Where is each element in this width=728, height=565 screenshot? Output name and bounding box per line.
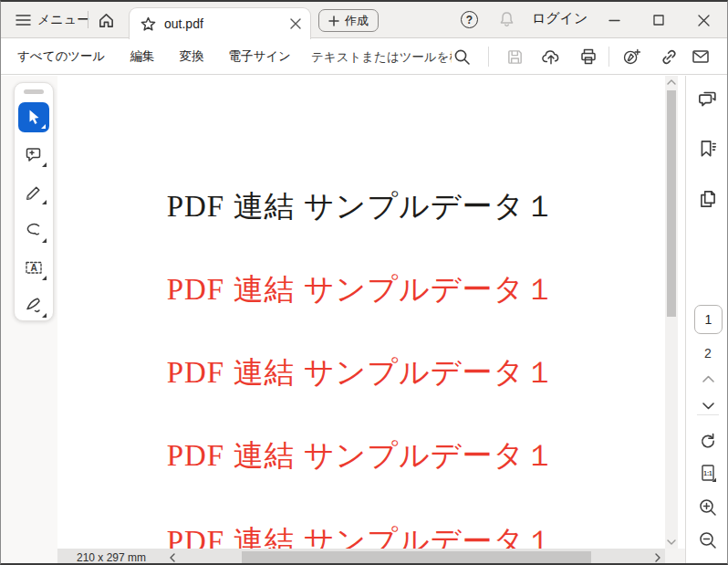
select-tool[interactable] <box>18 102 49 132</box>
close-icon <box>698 15 710 26</box>
svg-text:A: A <box>30 263 36 273</box>
login-button[interactable]: ログイン <box>532 10 588 27</box>
add-comment-button[interactable] <box>622 47 640 66</box>
all-tools-menu[interactable]: すべてのツール <box>17 48 105 65</box>
comments-panel-button[interactable] <box>697 88 719 110</box>
maximize-button[interactable] <box>648 9 670 31</box>
minimize-icon <box>608 15 620 26</box>
search-icon[interactable] <box>453 48 471 66</box>
scroll-down-button[interactable] <box>665 536 678 549</box>
vertical-scroll-thumb[interactable] <box>667 90 676 317</box>
zoom-out-button[interactable] <box>697 529 719 551</box>
previous-page-button[interactable] <box>697 368 719 390</box>
bell-icon <box>498 11 515 28</box>
page-total-label: 2 <box>686 346 728 361</box>
bookmark-icon <box>697 138 719 160</box>
pages-icon <box>697 188 719 210</box>
toolbar-divider-1 <box>488 47 489 67</box>
comment-plus-icon <box>24 145 44 165</box>
rail-divider <box>697 414 719 415</box>
right-rail: 2 1:1 <box>685 76 728 565</box>
chevron-up-icon <box>702 375 714 382</box>
login-label: ログイン <box>532 10 588 27</box>
star-icon[interactable] <box>140 16 156 32</box>
rotate-page-button[interactable] <box>697 430 719 452</box>
pen-circle-plus-icon <box>622 47 640 67</box>
page-number-input[interactable] <box>695 306 722 333</box>
titlebar-divider <box>88 11 88 28</box>
fill-sign-tool[interactable] <box>18 290 49 320</box>
edit-text-tool[interactable]: A <box>18 253 49 283</box>
text-selection-icon: A <box>24 257 44 277</box>
zoom-out-icon <box>698 530 718 550</box>
doc-text-line: PDF 連結 サンプルデータ１ <box>57 521 665 549</box>
sign-pen-icon <box>24 295 44 315</box>
doc-text-line: PDF 連結 サンプルデータ１ <box>57 435 665 476</box>
close-button[interactable] <box>692 9 714 31</box>
tab-title: out.pdf <box>164 16 282 31</box>
horizontal-scroll-thumb[interactable] <box>242 551 591 564</box>
print-button[interactable] <box>579 47 598 66</box>
actual-size-icon: 1:1 <box>698 463 718 483</box>
menu-button[interactable]: メニュー <box>12 9 93 31</box>
scroll-left-button[interactable] <box>165 549 180 565</box>
comments-icon <box>697 88 719 110</box>
save-icon <box>506 48 524 66</box>
mail-icon <box>692 47 710 66</box>
document-tab[interactable]: out.pdf <box>129 7 311 39</box>
tools-bar: すべてのツール 編集 変換 電子サイン <box>1 38 727 75</box>
acrobat-window: メニュー out.pdf 作成 ? <box>0 0 728 565</box>
esign-menu[interactable]: 電子サイン <box>228 48 290 65</box>
edit-menu[interactable]: 編集 <box>130 48 154 65</box>
zoom-in-button[interactable] <box>697 497 719 518</box>
email-button[interactable] <box>692 47 710 66</box>
draw-tool[interactable] <box>18 214 49 245</box>
document-viewport[interactable]: PDF 連結 サンプルデータ１ PDF 連結 サンプルデータ１ PDF 連結 サ… <box>57 76 665 549</box>
rotate-icon <box>698 431 718 451</box>
notifications-button[interactable] <box>498 11 515 28</box>
chevron-down-icon <box>702 403 714 410</box>
scroll-up-button[interactable] <box>665 76 678 89</box>
highlight-tool[interactable] <box>18 177 49 207</box>
pencil-icon <box>24 183 44 203</box>
page-thumbnails-button[interactable] <box>697 188 719 210</box>
home-button[interactable] <box>95 9 118 31</box>
convert-menu[interactable]: 変換 <box>179 48 203 65</box>
link-icon <box>660 48 678 66</box>
doc-text-line: PDF 連結 サンプルデータ１ <box>57 269 665 310</box>
scrollbar-corner <box>665 549 685 565</box>
link-button[interactable] <box>660 47 678 66</box>
panel-drag-handle[interactable] <box>24 89 44 94</box>
menu-label: メニュー <box>37 12 89 28</box>
vertical-scrollbar[interactable] <box>665 76 678 549</box>
doc-text-line: PDF 連結 サンプルデータ１ <box>57 186 665 227</box>
toolbar-divider-2 <box>608 47 609 67</box>
save-button[interactable] <box>505 47 524 66</box>
doc-text-line: PDF 連結 サンプルデータ１ <box>57 352 665 393</box>
help-button[interactable]: ? <box>461 11 478 28</box>
add-comment-tool[interactable] <box>18 140 49 170</box>
bookmarks-panel-button[interactable] <box>697 138 719 160</box>
page-size-label: 210 x 297 mm <box>57 551 165 564</box>
search-input[interactable] <box>309 49 453 65</box>
horizontal-scrollbar[interactable] <box>180 549 650 565</box>
maximize-icon <box>653 15 664 26</box>
printer-icon <box>579 47 598 66</box>
share-button[interactable] <box>542 47 560 66</box>
cloud-upload-icon <box>542 47 560 67</box>
search-box[interactable] <box>309 45 478 68</box>
actual-size-button[interactable]: 1:1 <box>697 462 719 484</box>
quick-tools-panel: A <box>14 82 54 321</box>
home-icon <box>98 12 115 29</box>
create-button[interactable]: 作成 <box>318 9 379 32</box>
svg-text:1:1: 1:1 <box>703 470 712 476</box>
tab-close-icon[interactable] <box>290 18 301 29</box>
plus-icon <box>328 16 339 26</box>
hamburger-icon <box>16 14 31 26</box>
page-number-box[interactable] <box>694 305 723 334</box>
scroll-right-button[interactable] <box>650 549 665 565</box>
title-bar: メニュー out.pdf 作成 ? <box>1 2 727 38</box>
create-label: 作成 <box>345 13 369 29</box>
lasso-icon <box>24 220 44 240</box>
minimize-button[interactable] <box>603 9 625 31</box>
